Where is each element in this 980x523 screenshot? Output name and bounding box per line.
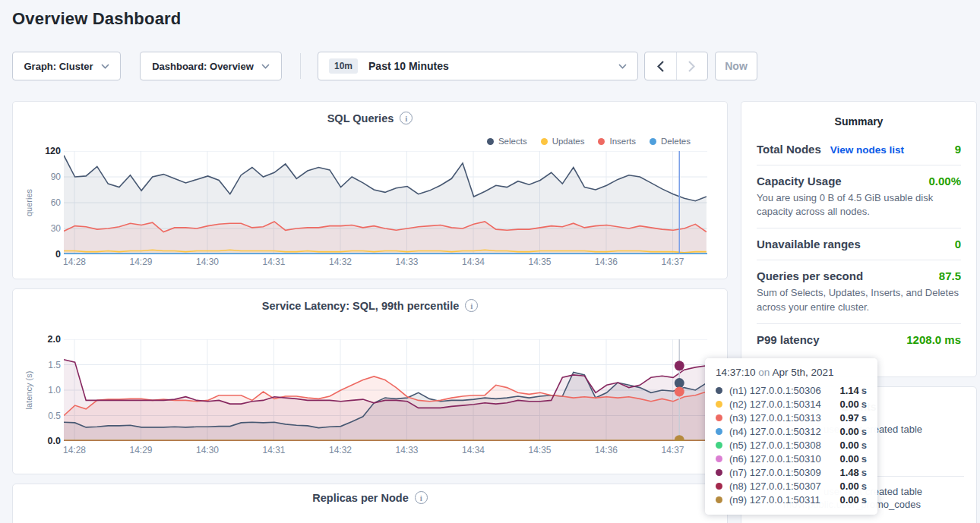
node-address: (n6) 127.0.0.1:50310	[729, 453, 821, 465]
node-value: 0.00	[839, 453, 858, 465]
time-range-selector[interactable]: 10m Past 10 Minutes	[318, 52, 638, 80]
node-address: (n2) 127.0.0.1:50314	[729, 399, 821, 410]
tooltip-row: (n6) 127.0.0.1:503100.00s	[716, 452, 867, 465]
summary-title: Summary	[757, 115, 961, 128]
tooltip-row: (n3) 127.0.0.1:503130.97s	[716, 411, 867, 424]
info-icon[interactable]: i	[400, 112, 413, 124]
dashboard-dropdown-label: Dashboard: Overview	[152, 61, 254, 72]
node-value-unit: s	[861, 426, 867, 437]
node-dot-icon	[716, 469, 722, 476]
chevron-down-icon	[618, 64, 627, 69]
node-dot-icon	[716, 401, 722, 408]
node-value-unit: s	[861, 412, 867, 424]
summary-label: Capacity Usage	[757, 175, 842, 187]
node-value: 0.00	[839, 440, 858, 451]
y-axis-ticks: 0306090120	[29, 151, 61, 254]
legend-dot-icon	[598, 138, 605, 145]
chart-title: Service Latency: SQL, 99th percentile	[262, 300, 460, 312]
replicas-per-node-panel: Replicas per Node i	[12, 484, 728, 523]
node-value: 0.00	[839, 426, 858, 437]
legend-item[interactable]: Updates	[541, 137, 585, 146]
summary-row-total-nodes: Total Nodes View nodes list 9	[757, 134, 961, 165]
summary-row-unavailable-ranges: Unavailable ranges 0	[757, 228, 961, 260]
time-range-label: Past 10 Minutes	[368, 60, 449, 72]
legend-item[interactable]: Selects	[487, 137, 527, 146]
page-title: Overview Dashboard	[12, 9, 181, 29]
node-value-unit: s	[861, 494, 867, 506]
node-value-unit: s	[861, 385, 867, 396]
legend-label: Selects	[498, 137, 527, 146]
tooltip-row: (n9) 127.0.0.1:503110.00s	[716, 493, 867, 506]
time-next-button[interactable]	[676, 52, 708, 80]
service-latency-chart[interactable]	[64, 339, 707, 441]
view-nodes-list-link[interactable]: View nodes list	[830, 144, 904, 156]
node-value: 1.48	[839, 467, 858, 478]
graph-dropdown-label: Graph: Cluster	[24, 61, 93, 72]
legend-item[interactable]: Deletes	[650, 137, 691, 146]
node-address: (n9) 127.0.0.1:50311	[729, 494, 820, 506]
summary-label: Unavailable ranges	[757, 238, 861, 250]
legend-label: Inserts	[609, 137, 636, 146]
time-range-badge: 10m	[329, 58, 358, 74]
summary-description: Sum of Selects, Updates, Inserts, and De…	[757, 286, 961, 313]
summary-value: 9	[955, 143, 961, 156]
node-dot-icon	[716, 455, 722, 462]
dashboard-dropdown[interactable]: Dashboard: Overview	[140, 52, 282, 80]
x-axis-ticks: 14:2814:2914:3014:3114:3214:3314:3414:35…	[64, 445, 707, 457]
info-icon[interactable]: i	[415, 491, 428, 504]
chevron-down-icon	[261, 64, 270, 69]
tooltip-row: (n1) 127.0.0.1:503061.14s	[716, 383, 867, 397]
node-value: 0.00	[839, 494, 858, 506]
node-address: (n3) 127.0.0.1:50313	[729, 412, 821, 424]
chart-legend: SelectsUpdatesInsertsDeletes	[487, 137, 691, 146]
summary-label: P99 latency	[757, 333, 820, 346]
tooltip-row: (n8) 127.0.0.1:503070.00s	[716, 479, 867, 493]
chevron-right-icon	[688, 61, 695, 72]
summary-row-queries-per-second: Queries per second 87.5 Sum of Selects, …	[757, 260, 961, 323]
node-dot-icon	[716, 414, 722, 421]
summary-value: 87.5	[939, 269, 961, 282]
chart-tooltip: 14:37:10 on Apr 5th, 2021 (n1) 127.0.0.1…	[705, 358, 877, 515]
sql-queries-chart[interactable]	[64, 151, 707, 254]
legend-dot-icon	[650, 138, 656, 145]
sql-queries-panel: SQL Queries i SelectsUpdatesInsertsDelet…	[12, 101, 728, 279]
legend-item[interactable]: Inserts	[598, 137, 636, 146]
tooltip-row: (n2) 127.0.0.1:503140.00s	[716, 397, 867, 411]
info-icon[interactable]: i	[465, 299, 478, 312]
y-axis-ticks: 0.00.51.01.52.0	[29, 339, 61, 441]
node-address: (n5) 127.0.0.1:50308	[729, 440, 821, 451]
node-value: 0.00	[839, 399, 858, 410]
node-dot-icon	[716, 496, 722, 503]
node-address: (n1) 127.0.0.1:50306	[729, 385, 821, 396]
summary-description: You are using 0 B of 4.5 GiB usable disk…	[757, 191, 961, 219]
node-value: 0.00	[839, 480, 858, 492]
node-address: (n8) 127.0.0.1:50307	[729, 480, 821, 492]
node-value: 0.97	[839, 412, 858, 424]
summary-panel: Summary Total Nodes View nodes list 9 Ca…	[741, 101, 977, 377]
node-address: (n4) 127.0.0.1:50312	[729, 426, 821, 437]
node-value-unit: s	[861, 480, 867, 492]
node-value-unit: s	[861, 467, 867, 478]
node-dot-icon	[716, 442, 722, 449]
x-axis-ticks: 14:2814:2914:3014:3114:3214:3314:3414:35…	[64, 257, 707, 269]
toolbar-divider	[300, 53, 301, 79]
graph-dropdown[interactable]: Graph: Cluster	[12, 52, 121, 80]
now-button[interactable]: Now	[715, 52, 757, 80]
service-latency-panel: Service Latency: SQL, 99th percentile i …	[12, 288, 728, 474]
tooltip-row: (n7) 127.0.0.1:503091.48s	[716, 465, 867, 479]
summary-label: Total Nodes	[757, 143, 821, 156]
node-value-unit: s	[861, 440, 867, 451]
node-dot-icon	[716, 483, 722, 490]
node-value-unit: s	[861, 399, 867, 410]
time-prev-button[interactable]	[645, 52, 676, 80]
chevron-down-icon	[101, 64, 109, 69]
time-window-nav	[644, 52, 708, 80]
legend-dot-icon	[487, 138, 494, 145]
chart-title: Replicas per Node	[312, 492, 409, 504]
tooltip-timestamp: 14:37:10 on Apr 5th, 2021	[716, 367, 867, 378]
summary-value: 0	[955, 238, 961, 250]
chart-title: SQL Queries	[327, 112, 394, 124]
node-address: (n7) 127.0.0.1:50309	[729, 467, 821, 478]
summary-label: Queries per second	[757, 269, 863, 282]
node-dot-icon	[716, 428, 722, 435]
